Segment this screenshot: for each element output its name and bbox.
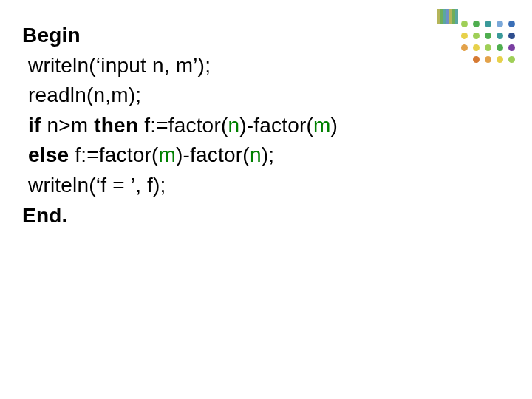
- var-m: m: [159, 143, 177, 166]
- dot-icon: [508, 33, 515, 39]
- dot-icon: [497, 33, 503, 39]
- code-text: );: [262, 143, 275, 166]
- dot-icon: [485, 21, 491, 27]
- code-text: n>m: [41, 114, 94, 137]
- dot-icon: [497, 56, 503, 63]
- code-line: End.: [22, 201, 338, 231]
- keyword-else: else: [22, 143, 69, 166]
- code-line: writeln(‘input n, m’);: [22, 51, 338, 81]
- code-line: if n>m then f:=factor(n)-factor(m): [22, 111, 338, 141]
- dot-icon: [473, 56, 480, 63]
- ring-icon: [455, 9, 458, 24]
- keyword-end: End.: [22, 204, 67, 227]
- dot-icon: [473, 33, 480, 39]
- code-line: writeln(‘f = ’, f);: [22, 171, 338, 201]
- code-text: f:=factor(: [138, 114, 228, 137]
- keyword-begin: Begin: [22, 24, 81, 47]
- var-n: n: [228, 114, 239, 137]
- keyword-if: if: [22, 114, 41, 137]
- code-text: ): [331, 114, 338, 137]
- dot-icon: [508, 56, 515, 63]
- code-text: )-factor(: [176, 143, 250, 166]
- dot-icon: [461, 33, 468, 39]
- dot-icon: [473, 21, 480, 27]
- code-text: )-factor(: [239, 114, 313, 137]
- dot-icon: [485, 44, 491, 51]
- dot-icon: [497, 21, 503, 27]
- code-text: f:=factor(: [69, 143, 158, 166]
- code-line: readln(n,m);: [22, 81, 338, 111]
- dot-icon: [497, 44, 503, 51]
- keyword-then: then: [94, 114, 138, 137]
- dot-icon: [508, 21, 515, 27]
- var-n: n: [250, 143, 262, 166]
- code-line: else f:=factor(m)-factor(n);: [22, 140, 338, 171]
- dot-icon: [473, 44, 480, 51]
- code-block: Begin writeln(‘input n, m’); readln(n,m)…: [22, 21, 338, 231]
- dot-icon: [485, 56, 491, 63]
- dot-icon: [508, 44, 515, 51]
- dot-icon: [485, 33, 491, 39]
- code-line: Begin: [22, 21, 338, 51]
- dot-icon: [461, 21, 468, 27]
- decorative-dots: [437, 10, 519, 92]
- var-m: m: [313, 114, 331, 137]
- slide: Begin writeln(‘input n, m’); readln(n,m)…: [0, 0, 532, 399]
- dot-icon: [461, 44, 468, 51]
